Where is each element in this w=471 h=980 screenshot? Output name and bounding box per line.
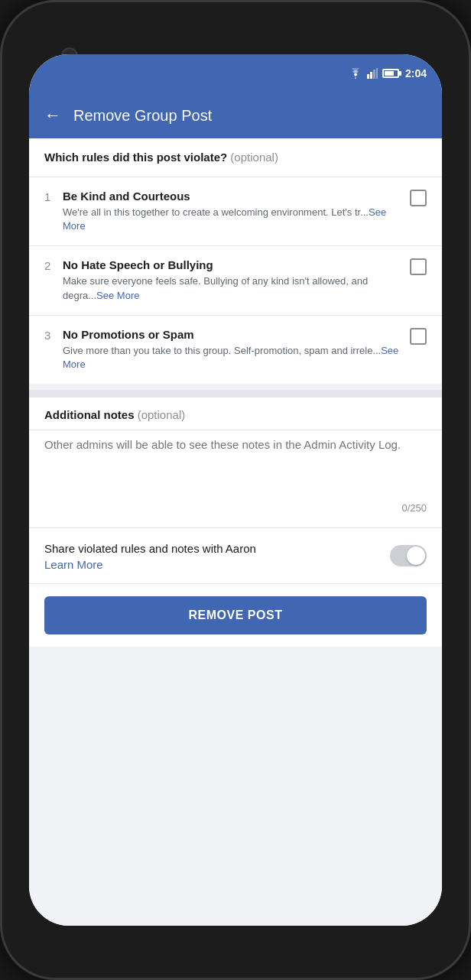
rule-checkbox-2[interactable] bbox=[410, 258, 427, 275]
wifi-icon bbox=[349, 68, 362, 79]
svg-rect-2 bbox=[373, 70, 375, 79]
rule-title-1: Be Kind and Courteous bbox=[63, 190, 401, 203]
see-more-2[interactable]: See More bbox=[96, 290, 139, 301]
section-divider bbox=[29, 390, 442, 398]
notes-header: Additional notes (optional) bbox=[29, 398, 442, 430]
svg-rect-3 bbox=[376, 68, 378, 79]
rule-number-3: 3 bbox=[44, 329, 55, 342]
remove-post-button[interactable]: REMOVE POST bbox=[44, 596, 427, 634]
rule-number-2: 2 bbox=[44, 259, 55, 272]
share-text: Share violated rules and notes with Aaro… bbox=[44, 542, 256, 555]
rule-item-1: 1 Be Kind and Courteous We're all in thi… bbox=[29, 177, 442, 246]
svg-rect-1 bbox=[370, 72, 372, 79]
rule-title-3: No Promotions or Spam bbox=[63, 328, 401, 341]
notes-optional: (optional) bbox=[138, 408, 186, 421]
remove-btn-container: REMOVE POST bbox=[29, 583, 442, 647]
rule-content-1: Be Kind and Courteous We're all in this … bbox=[63, 190, 401, 233]
content-area: Which rules did this post violate? (opti… bbox=[29, 138, 442, 926]
char-count: 0/250 bbox=[44, 502, 427, 520]
rule-item-2: 2 No Hate Speech or Bullying Make sure e… bbox=[29, 246, 442, 315]
notes-label: Additional notes (optional) bbox=[44, 408, 185, 421]
rule-desc-1: We're all in this together to create a w… bbox=[63, 206, 401, 233]
phone-screen: 2:04 ← Remove Group Post Which rules did… bbox=[29, 54, 442, 926]
rule-desc-2: Make sure everyone feels safe. Bullying … bbox=[63, 274, 401, 302]
battery-icon bbox=[382, 69, 399, 78]
app-header: ← Remove Group Post bbox=[29, 92, 442, 138]
share-text-container: Share violated rules and notes with Aaro… bbox=[44, 540, 378, 571]
back-button[interactable]: ← bbox=[44, 105, 61, 125]
share-toggle[interactable] bbox=[390, 545, 427, 566]
rules-list: 1 Be Kind and Courteous We're all in thi… bbox=[29, 177, 442, 384]
learn-more-link[interactable]: Learn More bbox=[44, 558, 378, 571]
page-title: Remove Group Post bbox=[73, 107, 212, 125]
notes-textarea[interactable] bbox=[44, 438, 427, 499]
notes-textarea-container: 0/250 bbox=[29, 430, 442, 527]
notes-section: Additional notes (optional) 0/250 Share … bbox=[29, 398, 442, 647]
status-time: 2:04 bbox=[405, 67, 427, 80]
svg-rect-0 bbox=[367, 74, 369, 79]
phone-frame: 2:04 ← Remove Group Post Which rules did… bbox=[0, 0, 471, 980]
rule-item-3: 3 No Promotions or Spam Give more than y… bbox=[29, 316, 442, 384]
status-bar: 2:04 bbox=[29, 54, 442, 92]
rule-content-3: No Promotions or Spam Give more than you… bbox=[63, 328, 401, 372]
rule-checkbox-3[interactable] bbox=[410, 328, 427, 345]
share-section: Share violated rules and notes with Aaro… bbox=[29, 527, 442, 583]
rule-content-2: No Hate Speech or Bullying Make sure eve… bbox=[63, 258, 401, 302]
rule-desc-3: Give more than you take to this group. S… bbox=[63, 344, 401, 372]
rule-number-1: 1 bbox=[44, 190, 55, 203]
toggle-knob bbox=[407, 547, 425, 565]
rule-checkbox-1[interactable] bbox=[410, 190, 427, 206]
rule-title-2: No Hate Speech or Bullying bbox=[63, 258, 401, 271]
rules-section-header: Which rules did this post violate? (opti… bbox=[29, 138, 442, 177]
rules-title: Which rules did this post violate? (opti… bbox=[44, 151, 278, 164]
signal-icon bbox=[367, 68, 378, 79]
